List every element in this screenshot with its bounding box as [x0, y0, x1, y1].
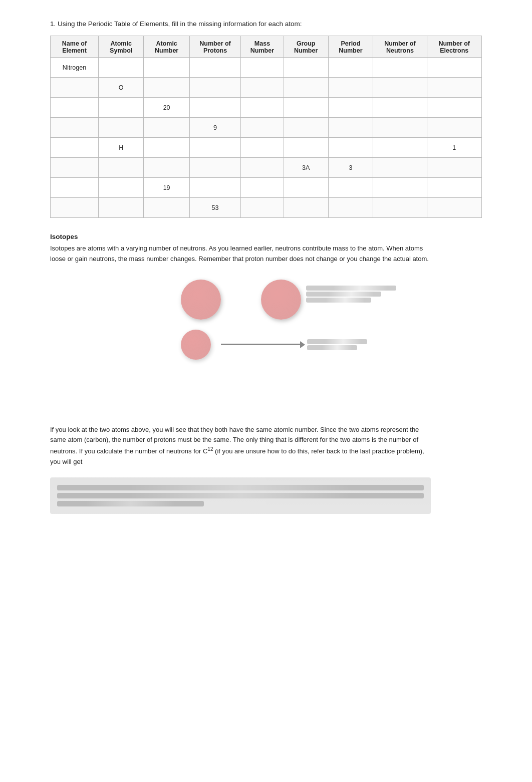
cell-r7-c2[interactable] [144, 198, 190, 218]
cell-r2-c5[interactable] [284, 98, 328, 118]
cell-r2-c8[interactable] [427, 98, 481, 118]
cell-r1-c4[interactable] [241, 78, 284, 98]
cell-r7-c0[interactable] [51, 198, 99, 218]
cell-r5-c1[interactable] [98, 158, 143, 178]
col-header-mass: Mass Number [241, 36, 284, 58]
cell-r6-c3[interactable] [189, 178, 240, 198]
cell-r5-c8[interactable] [427, 158, 481, 178]
cell-r0-c3[interactable] [189, 58, 240, 78]
cell-r0-c7[interactable] [373, 58, 427, 78]
table-row[interactable]: 20 [51, 98, 482, 118]
isotopes-title: Isotopes [50, 233, 482, 240]
cell-r6-c6[interactable] [328, 178, 373, 198]
isotope-image [141, 280, 391, 410]
blurred-bottom [50, 477, 431, 514]
small-atom [181, 330, 211, 360]
cell-r7-c6[interactable] [328, 198, 373, 218]
cell-r3-c4[interactable] [241, 118, 284, 138]
cell-r4-c6[interactable] [328, 138, 373, 158]
blurred-line-3 [57, 501, 204, 506]
cell-r4-c3[interactable] [189, 138, 240, 158]
isotopes-section: Isotopes Isotopes are atoms with a varyi… [50, 233, 482, 514]
col-header-electrons: Number of Electrons [427, 36, 481, 58]
cell-r0-c1[interactable] [98, 58, 143, 78]
cell-r4-c1[interactable]: H [98, 138, 143, 158]
cell-r7-c7[interactable] [373, 198, 427, 218]
table-row[interactable]: 3A3 [51, 158, 482, 178]
atom-1 [181, 280, 221, 320]
atom-1-nucleus [181, 280, 221, 320]
cell-r0-c5[interactable] [284, 58, 328, 78]
cell-r4-c4[interactable] [241, 138, 284, 158]
cell-r2-c4[interactable] [241, 98, 284, 118]
cell-r0-c6[interactable] [328, 58, 373, 78]
cell-r5-c7[interactable] [373, 158, 427, 178]
cell-r1-c8[interactable] [427, 78, 481, 98]
blurred-line-1 [57, 485, 424, 490]
cell-r7-c3[interactable]: 53 [189, 198, 240, 218]
cell-r2-c3[interactable] [189, 98, 240, 118]
cell-r3-c5[interactable] [284, 118, 328, 138]
cell-r5-c2[interactable] [144, 158, 190, 178]
cell-r0-c8[interactable] [427, 58, 481, 78]
cell-r3-c8[interactable] [427, 118, 481, 138]
cell-r7-c4[interactable] [241, 198, 284, 218]
cell-r3-c2[interactable] [144, 118, 190, 138]
cell-r0-c4[interactable] [241, 58, 284, 78]
cell-r6-c5[interactable] [284, 178, 328, 198]
cell-r7-c5[interactable] [284, 198, 328, 218]
cell-r1-c1[interactable]: O [98, 78, 143, 98]
atom-label-block [306, 285, 386, 304]
cell-r0-c0[interactable]: Nitrogen [51, 58, 99, 78]
cell-r6-c1[interactable] [98, 178, 143, 198]
cell-r6-c0[interactable] [51, 178, 99, 198]
cell-r3-c7[interactable] [373, 118, 427, 138]
cell-r5-c6[interactable]: 3 [328, 158, 373, 178]
cell-r1-c5[interactable] [284, 78, 328, 98]
table-row[interactable]: Nitrogen [51, 58, 482, 78]
blurred-line-2 [57, 493, 424, 498]
cell-r1-c3[interactable] [189, 78, 240, 98]
cell-r5-c3[interactable] [189, 158, 240, 178]
cell-r6-c7[interactable] [373, 178, 427, 198]
cell-r1-c0[interactable] [51, 78, 99, 98]
atom-2-nucleus [261, 280, 301, 320]
cell-r7-c1[interactable] [98, 198, 143, 218]
cell-r3-c3[interactable]: 9 [189, 118, 240, 138]
arrow-row [181, 330, 367, 360]
cell-r6-c8[interactable] [427, 178, 481, 198]
cell-r2-c0[interactable] [51, 98, 99, 118]
cell-r3-c1[interactable] [98, 118, 143, 138]
cell-r4-c7[interactable] [373, 138, 427, 158]
cell-r2-c7[interactable] [373, 98, 427, 118]
cell-r6-c2[interactable]: 19 [144, 178, 190, 198]
cell-r6-c4[interactable] [241, 178, 284, 198]
label-line-3 [306, 298, 371, 303]
col-header-period: Period Number [328, 36, 373, 58]
arrow-label [307, 338, 367, 351]
cell-r4-c5[interactable] [284, 138, 328, 158]
label-line-2 [306, 292, 381, 297]
cell-r5-c4[interactable] [241, 158, 284, 178]
table-row[interactable]: 9 [51, 118, 482, 138]
cell-r4-c8[interactable]: 1 [427, 138, 481, 158]
cell-r4-c2[interactable] [144, 138, 190, 158]
cell-r1-c6[interactable] [328, 78, 373, 98]
cell-r5-c5[interactable]: 3A [284, 158, 328, 178]
isotopes-paragraph1: Isotopes are atoms with a varying number… [50, 243, 431, 265]
cell-r2-c6[interactable] [328, 98, 373, 118]
cell-r3-c6[interactable] [328, 118, 373, 138]
cell-r3-c0[interactable] [51, 118, 99, 138]
cell-r1-c2[interactable] [144, 78, 190, 98]
cell-r0-c2[interactable] [144, 58, 190, 78]
cell-r7-c8[interactable] [427, 198, 481, 218]
table-row[interactable]: 53 [51, 198, 482, 218]
cell-r2-c1[interactable] [98, 98, 143, 118]
cell-r1-c7[interactable] [373, 78, 427, 98]
cell-r5-c0[interactable] [51, 158, 99, 178]
table-row[interactable]: 19 [51, 178, 482, 198]
cell-r4-c0[interactable] [51, 138, 99, 158]
table-row[interactable]: O [51, 78, 482, 98]
table-row[interactable]: H1 [51, 138, 482, 158]
cell-r2-c2[interactable]: 20 [144, 98, 190, 118]
